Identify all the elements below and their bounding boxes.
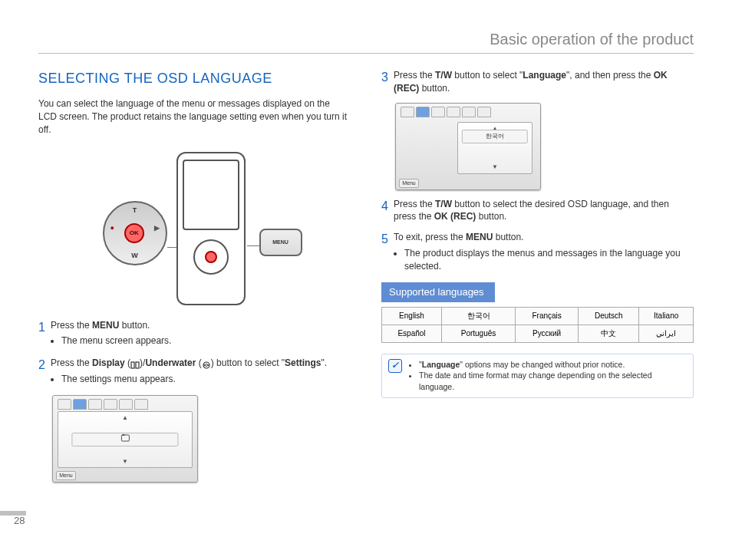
lang-cell: ايراني — [639, 324, 694, 342]
language-screenshot: ▲ 한국어 ▼ Menu — [395, 103, 541, 190]
dial-w-label: W — [131, 251, 138, 261]
lang-cell: Русский — [516, 324, 579, 342]
dial-t-label: T — [133, 206, 137, 216]
device-illustration: T ● OK ▶ W MENU — [87, 147, 302, 308]
note-box: ✓ "Language" options may be changed with… — [381, 354, 694, 398]
lang-cell: Português — [442, 324, 516, 342]
lang-cell: Español — [382, 324, 442, 342]
tabs-icon — [58, 399, 71, 410]
lang-cell: Italiano — [639, 307, 694, 324]
menu-label: Menu — [399, 179, 419, 188]
languages-table: English 한국어 Français Deutsch Italiano Es… — [381, 307, 694, 343]
lang-cell: Deutsch — [579, 307, 639, 324]
ok-button-icon — [205, 251, 217, 263]
svg-rect-3 — [121, 435, 129, 441]
tabs-icon — [73, 399, 87, 410]
settings-screenshot: ▲ ▼ Menu — [52, 395, 198, 483]
lang-cell: English — [382, 307, 442, 324]
device-screen — [183, 160, 239, 230]
device-body — [176, 152, 246, 305]
storage-icon — [120, 433, 130, 445]
tabs-icon — [431, 107, 445, 117]
left-column: SELECTING THE OSD LANGUAGE You can selec… — [38, 69, 351, 490]
display-icon — [130, 360, 140, 367]
table-row: Español Português Русский 中文 ايراني — [382, 324, 694, 342]
tabs-icon — [134, 399, 148, 410]
step-4: 4 Press the T/W button to select the des… — [381, 198, 694, 224]
right-column: 3 Press the T/W button to select "Langua… — [381, 69, 694, 490]
tabs-icon — [462, 107, 476, 117]
ok-button-callout: OK — [124, 223, 144, 243]
tabs-icon — [104, 399, 117, 410]
lang-cell: Français — [516, 307, 579, 324]
svg-rect-1 — [136, 362, 139, 368]
tabs-icon — [447, 107, 460, 117]
arrow-up-icon: ▲ — [122, 413, 128, 422]
tabs-icon — [119, 399, 133, 410]
step-3: 3 Press the T/W button to select "Langua… — [381, 69, 694, 95]
tabs-icon — [477, 107, 491, 117]
lang-cell: 한국어 — [442, 307, 516, 324]
step-5: 5 To exit, press the MENU button. The pr… — [381, 231, 694, 274]
play-icon: ▶ — [154, 223, 160, 243]
underwater-icon — [202, 360, 211, 367]
section-title: SELECTING THE OSD LANGUAGE — [38, 69, 351, 88]
page-number: 28 — [14, 515, 25, 526]
note-icon: ✓ — [388, 359, 402, 373]
note-item: The date and time format may change depe… — [419, 370, 687, 392]
device-dial — [193, 239, 229, 275]
language-row: 한국어 — [462, 130, 528, 143]
tabs-icon — [88, 399, 102, 410]
tabs-icon — [401, 107, 414, 117]
supported-languages-header: Supported languages — [381, 282, 495, 302]
dial-callout: T ● OK ▶ W — [103, 201, 167, 265]
settings-row — [71, 433, 178, 446]
table-row: English 한국어 Français Deutsch Italiano — [382, 307, 694, 324]
arrow-down-icon: ▼ — [122, 457, 128, 466]
svg-rect-4 — [122, 434, 124, 436]
step-1: 1 Press the MENU button. The menu screen… — [38, 319, 351, 350]
manual-page: { "page_number": "28", "header": "Basic … — [0, 0, 732, 560]
page-header: Basic operation of the product — [38, 31, 694, 54]
menu-label: Menu — [56, 471, 76, 480]
svg-rect-0 — [131, 362, 134, 368]
intro-text: You can select the language of the menu … — [38, 97, 351, 136]
menu-button-callout: MENU — [259, 229, 302, 256]
lang-cell: 中文 — [579, 324, 639, 342]
note-item: "Language" options may be changed withou… — [419, 359, 687, 371]
tabs-icon — [416, 107, 430, 117]
rec-icon: ● — [110, 223, 114, 243]
arrow-down-icon: ▼ — [492, 163, 498, 171]
step-2: 2 Press the Display ()/Underwater () but… — [38, 357, 351, 387]
